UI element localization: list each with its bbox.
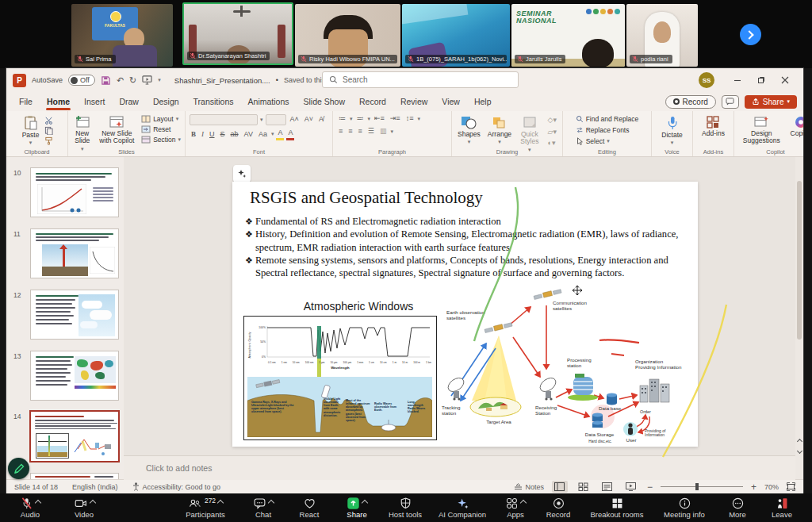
font-size-select[interactable] bbox=[266, 114, 286, 125]
new-slide-button[interactable]: New Slide▾ bbox=[72, 114, 93, 152]
font-color-button[interactable]: A bbox=[286, 129, 294, 140]
design-suggestions-button[interactable]: Design Suggestions bbox=[738, 114, 785, 146]
video-button[interactable]: Video bbox=[63, 497, 105, 520]
highlight-color-button[interactable]: A bbox=[276, 129, 284, 140]
share-options-chevron[interactable] bbox=[362, 499, 368, 505]
video-tile[interactable]: Risky Hadi Wibowo FMIPA UN... bbox=[295, 4, 400, 67]
slide-thumbnail-10[interactable] bbox=[30, 167, 119, 217]
tab-file[interactable]: File bbox=[13, 94, 39, 110]
shape-fill-button[interactable]: ◇▾ bbox=[546, 116, 558, 125]
shape-effects-button[interactable]: ◐▾ bbox=[546, 139, 558, 148]
slide-title[interactable]: RSGIS and Geospatial Technology bbox=[250, 188, 483, 208]
clear-formatting-button[interactable]: A̸ bbox=[317, 115, 325, 125]
slideshow-view-button[interactable] bbox=[623, 481, 639, 493]
apps-button[interactable]: Apps bbox=[498, 497, 533, 520]
format-painter-icon[interactable] bbox=[44, 136, 53, 145]
arrange-button[interactable]: Arrange▾ bbox=[486, 114, 513, 146]
tab-record[interactable]: Record bbox=[353, 94, 393, 110]
zoom-percentage[interactable]: 70% bbox=[764, 483, 779, 491]
vertical-scrollbar[interactable] bbox=[795, 157, 803, 479]
shapes-button[interactable]: Shapes▾ bbox=[456, 114, 482, 146]
share-screen-button[interactable]: Share bbox=[338, 497, 376, 520]
font-name-select[interactable] bbox=[190, 114, 258, 125]
scrollbar-thumb[interactable] bbox=[797, 181, 802, 340]
audio-options-chevron[interactable] bbox=[35, 499, 41, 505]
shrink-font-button[interactable]: A˅ bbox=[303, 115, 315, 125]
next-slide-button[interactable] bbox=[796, 447, 802, 454]
record-meeting-button[interactable]: Record bbox=[539, 497, 577, 520]
tab-animations[interactable]: Animations bbox=[242, 94, 296, 110]
section-button[interactable]: Section▾ bbox=[141, 136, 181, 144]
leave-button[interactable]: Leave bbox=[764, 497, 799, 520]
reading-view-button[interactable] bbox=[599, 481, 615, 493]
zoom-slider-knob[interactable] bbox=[695, 483, 699, 490]
underline-button[interactable]: U bbox=[208, 130, 216, 140]
quick-styles-button[interactable]: Quick Styles▾ bbox=[517, 114, 542, 153]
comments-button[interactable] bbox=[722, 95, 739, 109]
dictate-button[interactable]: Dictate▾ bbox=[660, 114, 684, 147]
zoom-out-button[interactable]: − bbox=[647, 482, 653, 493]
normal-view-button[interactable] bbox=[552, 481, 568, 493]
redo-icon[interactable]: ↻ bbox=[129, 76, 136, 85]
decrease-indent-button[interactable]: ⇤≡ bbox=[373, 114, 386, 124]
tab-help[interactable]: Help bbox=[468, 94, 498, 110]
video-tile[interactable]: 1B_(075)_SARAH_1b(062)_Novi... bbox=[402, 4, 510, 67]
slideshow-icon[interactable] bbox=[142, 75, 152, 85]
align-right-button[interactable]: ≡ bbox=[357, 127, 364, 136]
previous-slide-button[interactable] bbox=[796, 438, 802, 444]
participants-options-chevron[interactable] bbox=[217, 499, 224, 505]
numbering-button[interactable]: ≕ bbox=[355, 114, 366, 124]
chat-options-chevron[interactable] bbox=[268, 499, 274, 505]
line-spacing-button[interactable]: ↕≡ bbox=[404, 114, 416, 124]
layout-button[interactable]: Layout▾ bbox=[141, 115, 181, 123]
slide-canvas[interactable]: RSGIS and Geospatial Technology ❖Fundame… bbox=[232, 182, 698, 447]
video-options-chevron[interactable] bbox=[89, 499, 95, 505]
more-button[interactable]: More bbox=[720, 497, 755, 520]
slide-thumbnail-panel[interactable]: 10 11 12 bbox=[6, 157, 124, 479]
tab-draw[interactable]: Draw bbox=[113, 94, 145, 110]
designer-sparkle-button[interactable] bbox=[233, 165, 251, 182]
notes-pane[interactable]: Click to add notes bbox=[124, 455, 795, 480]
bold-button[interactable]: B bbox=[190, 130, 197, 140]
change-case-button[interactable]: Aa bbox=[257, 130, 269, 140]
addins-button[interactable]: Add-ins bbox=[700, 114, 726, 138]
autosave-toggle[interactable]: Off bbox=[68, 75, 95, 86]
close-button[interactable] bbox=[773, 70, 797, 90]
next-participants-button[interactable] bbox=[740, 24, 761, 45]
copilot-button[interactable]: Copilot bbox=[789, 114, 803, 138]
slide-thumbnail-14-selected[interactable] bbox=[29, 410, 120, 463]
minimize-button[interactable] bbox=[726, 70, 749, 90]
slide-sorter-view-button[interactable] bbox=[576, 481, 592, 493]
subscript-button[interactable]: ab bbox=[229, 130, 240, 140]
select-button[interactable]: Select▾ bbox=[576, 137, 610, 145]
quick-access-chevron[interactable]: ▾ bbox=[158, 77, 161, 83]
tab-design[interactable]: Design bbox=[147, 94, 186, 110]
replace-fonts-button[interactable]: Replace Fonts bbox=[576, 126, 630, 134]
ai-companion-button[interactable]: AI Companion bbox=[435, 497, 490, 520]
video-tile[interactable]: podia riani bbox=[626, 4, 698, 67]
apps-options-chevron[interactable] bbox=[520, 499, 527, 505]
tab-slide-show[interactable]: Slide Show bbox=[297, 94, 352, 110]
copy-icon[interactable] bbox=[44, 126, 53, 135]
strikethrough-button[interactable]: S bbox=[219, 130, 227, 140]
annotate-button[interactable] bbox=[8, 458, 29, 479]
bullets-button[interactable]: ≔ bbox=[337, 114, 347, 124]
reset-button[interactable]: Reset bbox=[141, 125, 181, 133]
slide-thumbnail-11[interactable] bbox=[30, 228, 119, 278]
increase-indent-button[interactable]: ⇥≡ bbox=[389, 114, 402, 124]
host-tools-button[interactable]: Host tools bbox=[384, 497, 427, 520]
tab-view[interactable]: View bbox=[435, 94, 466, 110]
columns-button[interactable]: ▥ bbox=[378, 127, 389, 136]
find-replace-button[interactable]: Find and Replace bbox=[576, 115, 639, 123]
video-tile[interactable]: SEMINAR NASIONAL Jarulis Jarulis bbox=[511, 4, 625, 67]
character-spacing-button[interactable]: AV bbox=[243, 130, 255, 140]
slide-bullet-list[interactable]: ❖Fundamental of RS and Electromagnetic r… bbox=[245, 215, 689, 280]
tab-home[interactable]: Home bbox=[40, 94, 76, 110]
undo-icon[interactable]: ↶ bbox=[117, 76, 124, 85]
participants-button[interactable]: 272 Participants bbox=[178, 497, 233, 520]
video-tile-active-speaker[interactable]: Dr.Satyanarayan Shashtri bbox=[182, 2, 293, 65]
slide-thumbnail-12[interactable] bbox=[30, 290, 119, 340]
tab-insert[interactable]: Insert bbox=[78, 94, 111, 110]
paste-button[interactable]: Paste▾ bbox=[21, 114, 41, 147]
fit-to-window-icon[interactable] bbox=[787, 482, 795, 491]
